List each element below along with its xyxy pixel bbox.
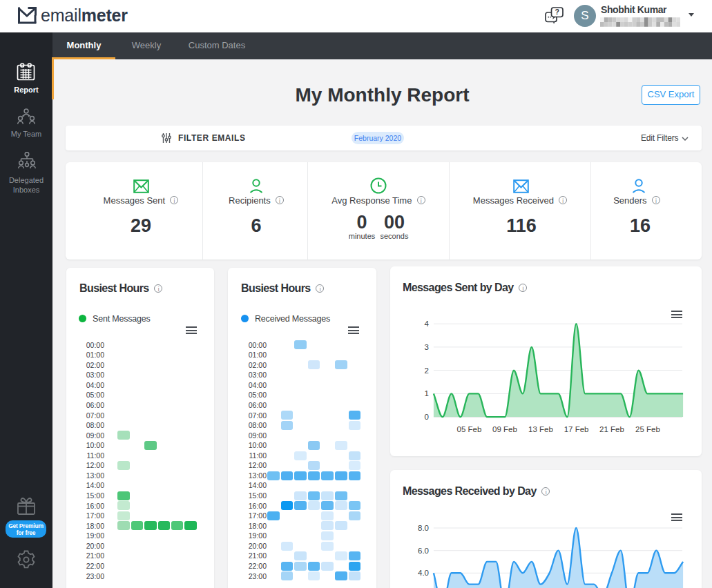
svg-text:?: ? [555,8,559,16]
svg-text:6.0: 6.0 [418,547,429,555]
svg-text:05 Feb: 05 Feb [457,425,482,433]
svg-text:2: 2 [425,366,429,375]
svg-text:4.0: 4.0 [418,569,429,577]
svg-text:09 Feb: 09 Feb [492,425,517,433]
svg-text:13 Feb: 13 Feb [528,425,553,433]
svg-text:21 Feb: 21 Feb [599,425,624,433]
svg-text:4: 4 [425,320,430,328]
svg-text:3: 3 [425,343,429,351]
svg-text:8.0: 8.0 [418,524,429,532]
svg-text:17 Feb: 17 Feb [564,425,589,433]
svg-text:25 Feb: 25 Feb [635,425,660,433]
svg-text:0: 0 [425,413,429,421]
svg-text:1: 1 [425,389,429,398]
